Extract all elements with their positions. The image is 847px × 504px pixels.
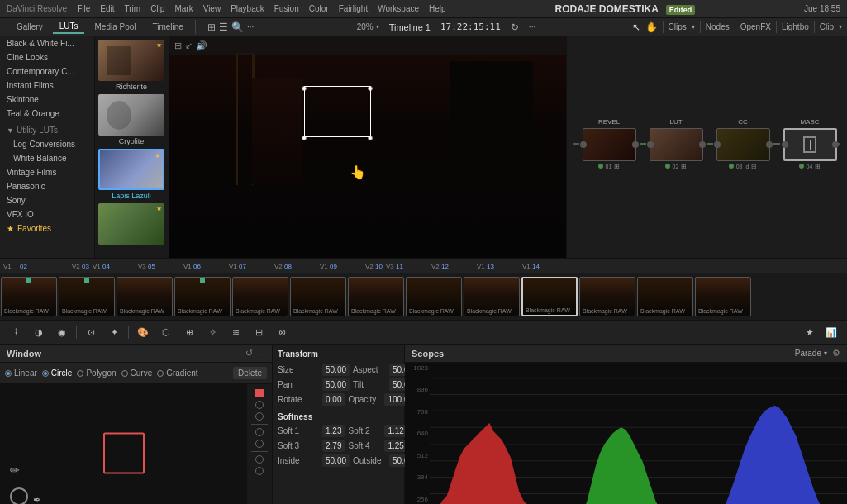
mask-polygon[interactable]: Polygon	[77, 368, 116, 378]
openfx-btn[interactable]: OpenFX	[740, 22, 771, 31]
cursor-tool[interactable]: ↖	[632, 21, 640, 33]
clip-06[interactable]: Blackmagic RAW	[232, 277, 288, 316]
clip-11[interactable]: Blackmagic RAW	[521, 277, 578, 316]
chart-btn[interactable]: 📊	[822, 323, 840, 341]
lut-thumb-lapis[interactable]: ★ Lapis Lazuli	[98, 149, 164, 200]
menu-file[interactable]: File	[77, 4, 90, 13]
zoom-value[interactable]: 20%	[357, 22, 374, 31]
menu-mark[interactable]: Mark	[174, 4, 193, 13]
mask-gradient[interactable]: Gradient	[157, 368, 197, 378]
clip-07[interactable]: Blackmagic RAW	[290, 277, 346, 316]
clip-12[interactable]: Blackmagic RAW	[579, 277, 635, 316]
clips-btn[interactable]: Clips	[669, 22, 687, 31]
clip-02[interactable]: Blackmagic RAW	[1, 277, 57, 316]
nodes-btn[interactable]: Nodes	[706, 22, 730, 31]
mask-circle[interactable]: Circle	[42, 368, 73, 378]
prev-grid-icon[interactable]: ⊞	[174, 40, 182, 51]
node-lut-out[interactable]	[699, 141, 706, 148]
lightbo-btn[interactable]: Lightbo	[782, 22, 809, 31]
mask-dot-1[interactable]	[255, 401, 264, 409]
node-masc[interactable]: MASC 04 ⊞	[783, 118, 837, 170]
tracker-btn[interactable]: ⊕	[180, 323, 198, 341]
inside-value[interactable]: 50.00	[322, 454, 350, 467]
menu-playback[interactable]: Playback	[231, 4, 264, 13]
node-revel[interactable]: REVEL 01 ⊞	[583, 118, 636, 170]
lut-item-vintage[interactable]: Vintage Films	[0, 165, 94, 179]
mask-dot-3[interactable]	[255, 428, 264, 436]
mask-dot-5[interactable]	[255, 455, 264, 464]
hsl-btn[interactable]: ◉	[53, 323, 71, 341]
more-options-icon[interactable]: ···	[529, 22, 535, 31]
prev-speaker-icon[interactable]: 🔊	[196, 40, 207, 51]
hand-tool[interactable]: ✋	[645, 21, 658, 33]
blur-btn[interactable]: ⊙	[82, 323, 100, 341]
list-icon[interactable]: ☰	[219, 21, 228, 33]
chevron-down-icon[interactable]: ▾	[692, 23, 695, 31]
clip-09[interactable]: Blackmagic RAW	[406, 277, 462, 316]
star-btn[interactable]: ★	[801, 323, 819, 341]
lut-item-cine[interactable]: Cine Looks	[0, 50, 94, 64]
lut-item-favorites[interactable]: ★ Favorites	[0, 221, 94, 235]
soft1-value[interactable]: 1.23	[322, 425, 345, 437]
qualifier-btn[interactable]: 🎨	[134, 323, 152, 341]
menu-help[interactable]: Help	[429, 4, 446, 13]
node-lut[interactable]: LUT 02 ⊞	[650, 118, 703, 170]
sizing-btn[interactable]: ⊞	[250, 323, 268, 341]
mask-linear[interactable]: Linear	[5, 368, 37, 378]
more-icon[interactable]: ···	[247, 22, 254, 31]
noise-btn[interactable]: ≋	[226, 323, 245, 341]
clip-label[interactable]: Clip	[820, 22, 834, 31]
lut-item-log[interactable]: Log Conversions	[0, 137, 94, 151]
lut-thumb-last[interactable]: ★	[98, 203, 164, 246]
clip-13[interactable]: Blackmagic RAW	[637, 277, 693, 316]
clip-10[interactable]: Blackmagic RAW	[464, 277, 520, 316]
mask-square-active[interactable]	[255, 389, 264, 397]
lut-item-instant[interactable]: Instant Films	[0, 78, 94, 93]
pen-icon[interactable]: ✒	[33, 494, 41, 504]
tab-luts[interactable]: LUTs	[53, 20, 85, 34]
node-cc[interactable]: CC 03 Id ⊞	[716, 118, 770, 170]
clip-05[interactable]: Blackmagic RAW	[174, 277, 231, 316]
size-value[interactable]: 50.00	[322, 364, 350, 376]
node-lut-in[interactable]	[647, 141, 654, 148]
clip-04[interactable]: Blackmagic RAW	[117, 277, 173, 316]
delete-mask-btn[interactable]: Delete	[233, 367, 267, 379]
curve-radio[interactable]	[121, 370, 128, 377]
lut-item-vfxio[interactable]: VFX IO	[0, 207, 94, 221]
zoom-dropdown-icon[interactable]: ▾	[376, 23, 379, 31]
mask-dot-2[interactable]	[255, 412, 264, 421]
lut-item-teal[interactable]: Teal & Orange	[0, 107, 94, 121]
node-revel-out[interactable]	[632, 141, 639, 148]
clip-chevron[interactable]: ▾	[839, 23, 842, 31]
mask-dot-4[interactable]	[255, 440, 264, 448]
node-cc-out[interactable]	[766, 141, 773, 148]
reset-icon[interactable]: ↺	[245, 348, 253, 359]
tab-gallery[interactable]: Gallery	[10, 21, 50, 33]
menu-fusion[interactable]: Fusion	[274, 4, 299, 13]
soft3-value[interactable]: 2.79	[322, 440, 345, 452]
scope-settings-icon[interactable]: ⚙	[832, 348, 840, 359]
lut-item-bw[interactable]: Black & White Fi...	[0, 36, 94, 50]
circle-radio[interactable]	[42, 370, 49, 377]
scopes-mode-dropdown[interactable]: Parade ▾	[795, 349, 827, 358]
pan-btn[interactable]: ⊗	[273, 323, 291, 341]
pencil-icon[interactable]: ✏	[10, 464, 20, 477]
more-icon[interactable]: ···	[258, 349, 265, 359]
menu-fairlight[interactable]: Fairlight	[339, 4, 369, 13]
menu-workspace[interactable]: Workspace	[378, 4, 419, 13]
menu-color[interactable]: Color	[309, 4, 329, 13]
grid-icon[interactable]: ⊞	[207, 21, 216, 33]
clip-03[interactable]: Blackmagic RAW	[59, 277, 115, 316]
menu-clip[interactable]: Clip	[150, 4, 164, 13]
linear-radio[interactable]	[5, 370, 12, 377]
curves-btn[interactable]: ⌇	[7, 323, 25, 341]
lut-item-contemporary[interactable]: Contemporary C...	[0, 64, 94, 78]
lut-item-wb[interactable]: White Balance	[0, 151, 94, 165]
prev-arrow-icon[interactable]: ↙	[185, 40, 193, 51]
lut-item-panasonic[interactable]: Panasonic	[0, 179, 94, 193]
lut-thumb-richterite[interactable]: ★ Richterite	[98, 40, 164, 91]
search-icon[interactable]: 🔍	[231, 21, 244, 33]
tab-timeline[interactable]: Timeline	[146, 21, 190, 33]
sync-icon[interactable]: ↻	[511, 21, 519, 33]
tab-media-pool[interactable]: Media Pool	[88, 21, 142, 33]
